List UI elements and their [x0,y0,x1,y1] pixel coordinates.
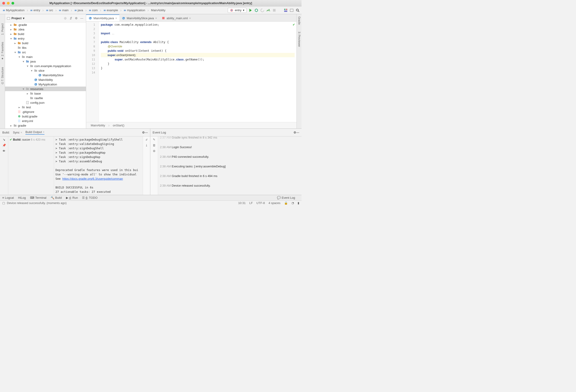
breadcrumb-item[interactable]: com [88,8,99,12]
status-icon[interactable]: ▢ [2,201,5,205]
tree-node[interactable]: ▸.idea [5,27,86,32]
locate-button[interactable] [63,16,68,21]
tree-node[interactable]: ▾com.example.myapplication [5,64,86,68]
breadcrumb-item[interactable]: MyApplication [2,8,26,12]
tab-sync[interactable]: Sync× [13,131,23,134]
settings-icon[interactable]: ⚙ [153,149,156,153]
tree-node[interactable]: ▸.gradle [5,23,86,27]
tree-node[interactable]: .gitignore [5,109,86,114]
tree-node[interactable]: CMainAbility [5,78,86,82]
tree-node[interactable]: rawfile [5,96,86,100]
previewer-tool-button[interactable]: 3: Previewer [298,32,301,47]
editor-tab[interactable]: ability_main.xml× [159,15,193,21]
expand-all-button[interactable]: ⇵ [68,16,73,21]
tool-window-button[interactable]: ☰6: TODO [82,196,98,199]
soft-wrap-icon[interactable]: ↲ [145,138,148,141]
project-tree[interactable]: ▸.gradle▸.idea▸build▾entry▸buildlibs▾src… [5,23,86,129]
close-icon[interactable]: × [115,17,117,20]
tool-window-button[interactable]: ≡Logcat [2,196,14,199]
breadcrumb-item[interactable]: MainAbility [150,8,166,12]
tree-node[interactable]: entry.iml [5,119,86,123]
svg-rect-29 [18,42,19,43]
editor-breadcrumb[interactable]: MainAbilityonStart() [86,122,296,129]
event-log-output[interactable]: 2:37 AM Gradle sync finished in 8 s 342 … [158,136,302,195]
gear-icon[interactable]: ⚙ [293,131,296,134]
profile-button[interactable] [266,8,270,12]
gear-icon[interactable]: ⚙ [74,16,79,21]
tree-node[interactable]: ▾entry [5,36,86,41]
editor-tab[interactable]: CMainAbility.java× [86,14,119,21]
memory-icon[interactable]: ▮ [298,201,299,205]
scroll-end-icon[interactable]: ⤓ [145,144,148,147]
build-tree[interactable]: ✔ Build: succe 6 s 420 ms [8,136,54,195]
svg-rect-3 [59,10,61,11]
caret-position[interactable]: 10:31 [238,201,246,205]
event-log-button[interactable]: 💬 Event Log [277,196,295,199]
tree-node[interactable]: ▸gradle [5,123,86,128]
project-tool-button[interactable]: 1: Project [1,23,4,35]
code-editor[interactable]: package com.example.myapplication; impor… [99,22,296,122]
svg-rect-40 [34,70,37,72]
file-encoding[interactable]: UTF-8 [256,201,265,205]
eye-icon[interactable]: 👁 [2,149,5,153]
svg-rect-28 [18,42,21,44]
favorites-tool-button[interactable]: ★ 2: Favorites [1,42,4,60]
build-output[interactable]: > Task :entry:packageDebugSimplifyShell … [54,136,143,195]
close-icon[interactable]: × [189,17,191,20]
pin-icon[interactable]: 📌 [2,144,6,147]
breadcrumb-item[interactable]: java [74,8,84,12]
breadcrumb-item[interactable]: main [58,8,69,12]
trash-icon[interactable]: 🗑 [153,144,156,147]
file-icon: C [38,73,42,77]
tree-node[interactable]: ▸build [5,32,86,36]
tree-node[interactable]: ▾resources [5,87,86,91]
tree-node[interactable]: CMainAbilitySlice [5,73,86,78]
tree-node[interactable]: build.gradle [5,114,86,119]
indent-setting[interactable]: 4 spaces [268,201,280,205]
tree-node[interactable]: libs [5,45,86,50]
breadcrumb-item[interactable]: myapplication [123,8,146,12]
tree-node[interactable]: ▸build [5,41,86,45]
tree-node[interactable]: ▾main [5,54,86,59]
line-ending[interactable]: LF [249,201,253,205]
structure-tool-button[interactable]: ⌬ 7: Structure [1,67,4,84]
breadcrumb-item[interactable]: src [45,8,54,12]
tree-node[interactable]: config.json [5,100,86,105]
lock-icon[interactable]: 🔒 [284,201,288,205]
build-panel: Build: Sync× Build Output× ⚙ — ↘ 📌 👁 ✔ B… [0,129,150,195]
svg-text:C: C [122,17,124,20]
ide-settings-button[interactable] [289,8,294,12]
search-everywhere-button[interactable] [296,8,300,12]
tool-window-button[interactable]: 🔨Build [51,196,62,199]
project-panel-title[interactable]: Project ▾ [7,17,25,20]
edit-icon[interactable]: ✎ [153,138,155,141]
breadcrumb-item[interactable]: example [103,8,119,12]
tree-node[interactable]: CMyApplication [5,82,86,87]
debug-button[interactable] [254,8,259,12]
tool-window-button[interactable]: ▶4: Run [66,196,78,199]
right-tool-stripe: Gradle 3: Previewer [296,14,302,129]
tree-node[interactable]: ▸test [5,105,86,109]
run-button[interactable] [248,8,253,12]
tree-node[interactable]: ▾java [5,59,86,64]
coverage-button[interactable] [260,8,264,12]
tool-window-button[interactable]: ⌨Terminal [30,196,47,199]
tree-node[interactable]: ▾src [5,50,86,54]
gradle-tool-button[interactable]: Gradle [298,17,301,25]
hide-panel-button[interactable]: — [80,16,84,21]
hide-panel-button[interactable]: — [296,131,299,134]
stop-button[interactable] [272,8,276,12]
filter-icon[interactable]: ↘ [3,138,5,141]
close-icon[interactable]: × [155,17,157,20]
tab-build-output[interactable]: Build Output× [26,130,44,135]
hide-panel-button[interactable]: — [145,131,148,134]
run-config-selector[interactable]: entry ▾ [228,8,247,13]
tree-node[interactable]: ▸base [5,91,86,96]
project-structure-button[interactable] [284,8,288,12]
tool-window-button[interactable]: HiLog [18,196,26,199]
gear-icon[interactable]: ⚙ [142,131,145,134]
tree-node[interactable]: ▾slice [5,68,86,73]
breadcrumb-item[interactable]: entry [29,8,41,12]
inspector-icon[interactable]: ◔ [291,201,294,205]
editor-tab[interactable]: CMainAbilitySlice.java× [119,15,159,21]
